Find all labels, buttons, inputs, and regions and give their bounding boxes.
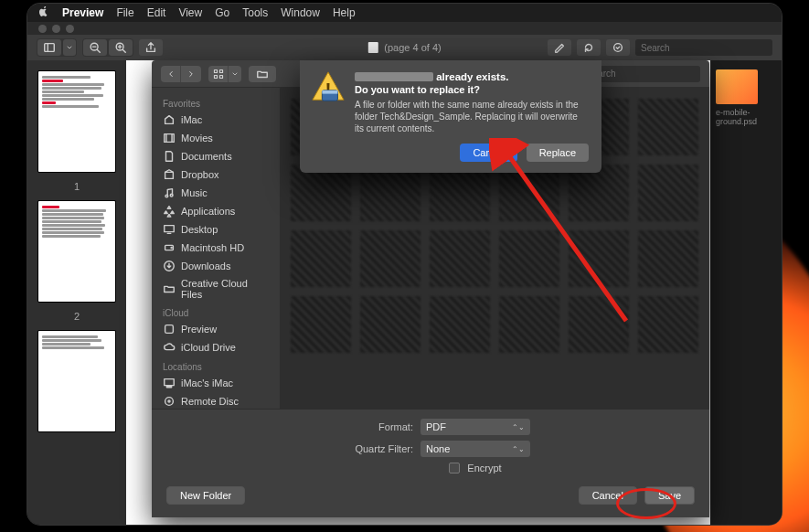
menu-help[interactable]: Help xyxy=(333,6,356,19)
thumbnail-sidebar[interactable]: 1 2 xyxy=(27,60,126,525)
sidebar-item-imac[interactable]: iMac xyxy=(152,111,280,129)
sidebar-item-remote-disc[interactable]: Remote Disc xyxy=(152,392,280,409)
svg-rect-17 xyxy=(165,172,174,178)
file-item[interactable] xyxy=(291,296,351,353)
sidebar-menu-chevron-icon[interactable] xyxy=(63,39,76,56)
thumbnail-label: 1 xyxy=(74,181,80,192)
file-item[interactable] xyxy=(499,165,559,221)
nav-forward-icon[interactable] xyxy=(181,66,201,82)
menubar-app-name[interactable]: Preview xyxy=(62,6,103,19)
share-icon[interactable] xyxy=(139,39,163,56)
save-button[interactable]: Save xyxy=(644,486,695,505)
file-item[interactable] xyxy=(569,165,629,221)
file-item[interactable] xyxy=(430,230,490,287)
svg-line-3 xyxy=(97,49,100,52)
nav-back-forward[interactable] xyxy=(161,66,201,82)
format-value: PDF xyxy=(426,421,446,432)
encrypt-checkbox[interactable] xyxy=(449,463,460,473)
page-thumbnail[interactable] xyxy=(38,201,115,302)
sidebar-toggle-group[interactable] xyxy=(37,38,77,57)
svg-point-18 xyxy=(165,195,168,197)
sidebar-heading: Favorites xyxy=(152,93,280,111)
minimize-window-icon[interactable] xyxy=(52,25,60,33)
file-item[interactable] xyxy=(430,296,490,353)
layer-thumbnail[interactable] xyxy=(716,69,758,104)
apple-menu-icon[interactable] xyxy=(38,6,49,20)
sidebar-item-label: Preview xyxy=(181,324,217,335)
sidebar-item-imac-s-imac[interactable]: iMac's iMac xyxy=(152,374,280,392)
gutter-filename-line: ground.psd xyxy=(716,117,776,126)
file-item[interactable] xyxy=(499,296,559,353)
music-icon xyxy=(163,186,176,199)
markup-icon[interactable] xyxy=(606,39,630,56)
chevron-updown-icon: ⌃⌄ xyxy=(512,445,525,453)
sidebar-item-movies[interactable]: Movies xyxy=(152,129,280,147)
sidebar-heading: iCloud xyxy=(152,303,280,320)
zoom-window-icon[interactable] xyxy=(66,25,74,33)
doc-icon xyxy=(163,150,176,163)
rotate-icon[interactable] xyxy=(577,39,601,56)
file-item[interactable] xyxy=(569,296,629,353)
quartz-filter-label: Quartz Filter: xyxy=(331,443,413,454)
toolbar-search-input[interactable] xyxy=(635,39,772,56)
quartz-filter-select[interactable]: None ⌃⌄ xyxy=(420,441,530,457)
sidebar-item-creative-cloud-files[interactable]: Creative Cloud Files xyxy=(152,275,280,303)
sidebar-toggle-icon[interactable] xyxy=(37,39,61,56)
disc-icon xyxy=(163,395,176,408)
svg-point-23 xyxy=(171,247,172,248)
menu-view[interactable]: View xyxy=(178,6,202,19)
file-item[interactable] xyxy=(360,165,420,221)
sidebar-item-music[interactable]: Music xyxy=(152,184,280,202)
sidebar-item-icloud-drive[interactable]: iCloud Drive xyxy=(152,338,280,356)
cancel-button[interactable]: Cancel xyxy=(579,486,637,505)
file-item[interactable] xyxy=(638,296,698,353)
folder-path-icon[interactable] xyxy=(249,66,276,82)
file-item[interactable] xyxy=(499,230,559,287)
alert-cancel-button[interactable]: Cancel xyxy=(460,144,516,162)
zoom-in-icon[interactable] xyxy=(109,39,133,56)
svg-point-29 xyxy=(168,400,170,402)
sidebar-item-dropbox[interactable]: Dropbox xyxy=(152,165,280,184)
sidebar-item-downloads[interactable]: Downloads xyxy=(152,257,280,275)
sidebar-item-macintosh-hd[interactable]: Macintosh HD xyxy=(152,239,280,257)
page-thumbnail[interactable] xyxy=(38,71,115,172)
menu-edit[interactable]: Edit xyxy=(147,6,166,19)
svg-rect-26 xyxy=(165,379,175,386)
nav-back-icon[interactable] xyxy=(161,66,181,82)
alert-title: already exists. xyxy=(355,71,589,82)
sidebar-item-documents[interactable]: Documents xyxy=(152,147,280,165)
path-button[interactable] xyxy=(249,66,276,82)
page-thumbnail[interactable] xyxy=(38,331,115,431)
view-mode-selector[interactable] xyxy=(208,66,241,82)
file-item[interactable] xyxy=(291,165,351,221)
alert-replace-button[interactable]: Replace xyxy=(527,144,589,162)
sidebar-item-desktop[interactable]: Desktop xyxy=(152,220,280,239)
menu-window[interactable]: Window xyxy=(281,6,320,19)
format-select[interactable]: PDF ⌃⌄ xyxy=(420,419,530,435)
sidebar-item-preview[interactable]: Preview xyxy=(152,320,280,338)
grid-view-icon[interactable] xyxy=(208,66,229,82)
view-chevron-icon[interactable] xyxy=(229,66,241,82)
menu-tools[interactable]: Tools xyxy=(242,6,268,19)
file-item[interactable] xyxy=(569,230,629,287)
svg-rect-13 xyxy=(219,75,222,78)
file-item[interactable] xyxy=(638,230,698,287)
menu-file[interactable]: File xyxy=(116,6,133,19)
zoom-out-icon[interactable] xyxy=(83,39,107,56)
file-item[interactable] xyxy=(638,99,698,155)
new-folder-button[interactable]: New Folder xyxy=(166,486,245,505)
close-window-icon[interactable] xyxy=(38,25,47,33)
sidebar-item-applications[interactable]: Applications xyxy=(152,202,280,220)
file-item[interactable] xyxy=(430,165,490,221)
file-item[interactable] xyxy=(291,230,351,287)
document-icon xyxy=(367,42,378,53)
file-item[interactable] xyxy=(360,296,420,353)
desktop-icon xyxy=(163,223,176,236)
file-item[interactable] xyxy=(360,230,420,287)
save-options: Format: PDF ⌃⌄ Quartz Filter: None ⌃⌄ En… xyxy=(152,409,709,517)
chevron-updown-icon: ⌃⌄ xyxy=(512,423,525,431)
highlight-icon[interactable] xyxy=(548,39,571,56)
home-icon xyxy=(163,113,176,126)
menu-go[interactable]: Go xyxy=(215,6,229,19)
file-item[interactable] xyxy=(638,165,698,221)
